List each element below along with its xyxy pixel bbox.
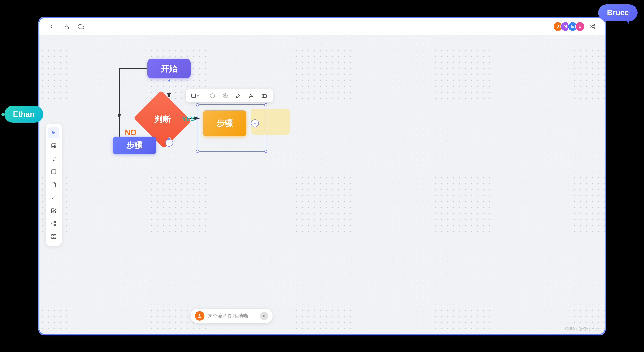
add-right-step[interactable]: + (251, 119, 259, 127)
header: J M E L (40, 18, 604, 35)
svg-rect-6 (52, 144, 56, 148)
toolbar (46, 124, 62, 245)
handle-bl[interactable] (196, 150, 199, 153)
sticky-tool[interactable] (48, 179, 59, 190)
svg-line-14 (52, 196, 55, 199)
grid-tool[interactable] (48, 231, 59, 242)
cursor-tool[interactable] (48, 127, 59, 138)
canvas[interactable]: 开始 判断 NO YES ──→ 步骤 (40, 35, 604, 334)
float-toolbar: ▾ (186, 89, 273, 102)
step-orange-box[interactable]: 步骤 (203, 110, 246, 136)
svg-rect-20 (52, 234, 53, 236)
header-right: J M E L (553, 22, 597, 31)
handle-br[interactable] (264, 150, 267, 153)
back-button[interactable] (47, 22, 56, 31)
shape-selector[interactable]: ▾ (190, 91, 199, 100)
chat-input[interactable]: 这个流程图很清晰 (207, 312, 258, 319)
svg-line-19 (53, 222, 54, 223)
conn-dot-decision-bottom (168, 137, 171, 140)
fill-tool[interactable] (234, 91, 242, 100)
handle-tr[interactable] (264, 103, 267, 106)
user-tool[interactable] (247, 91, 256, 100)
conn-dot-start (168, 79, 171, 82)
table-tool[interactable] (48, 140, 59, 151)
avatar-group: J M E L (553, 22, 585, 31)
svg-rect-31 (262, 95, 266, 98)
divider-1 (204, 92, 204, 99)
decision-wrapper: 判断 (136, 98, 188, 141)
pencil-tool[interactable] (48, 205, 59, 216)
circle-filled-icon (223, 93, 228, 98)
chat-input-wrapper: 这个流程图很清晰 (190, 308, 272, 323)
share-button[interactable] (588, 22, 597, 31)
svg-point-30 (250, 94, 252, 96)
svg-rect-21 (54, 234, 56, 236)
svg-point-2 (590, 26, 592, 27)
header-left (47, 22, 85, 31)
frame-tool[interactable] (48, 166, 59, 177)
svg-point-1 (593, 24, 595, 26)
cloud-button[interactable] (76, 22, 85, 31)
chat-avatar (195, 311, 204, 321)
circle-filled-tool[interactable] (221, 91, 230, 100)
text-tool[interactable] (48, 153, 59, 164)
svg-point-3 (593, 28, 595, 29)
bruce-bubble: Bruce (598, 4, 638, 21)
svg-marker-33 (263, 314, 266, 317)
svg-line-4 (592, 27, 593, 28)
svg-line-5 (592, 25, 593, 26)
svg-rect-28 (192, 94, 196, 98)
svg-line-29 (238, 94, 240, 96)
download-button[interactable] (62, 22, 70, 31)
circle-icon (210, 93, 215, 98)
svg-rect-13 (52, 170, 56, 174)
svg-point-16 (52, 223, 53, 224)
start-label: 开始 (161, 63, 177, 74)
svg-point-32 (199, 314, 200, 316)
svg-rect-23 (52, 237, 53, 239)
step-blue-box[interactable]: 步骤 (113, 137, 156, 154)
connect-tool[interactable] (48, 218, 59, 229)
svg-rect-22 (54, 237, 56, 239)
start-box[interactable]: 开始 (148, 59, 190, 78)
decision-label: 判断 (154, 114, 171, 125)
chat-send-button[interactable] (260, 312, 268, 320)
svg-point-17 (54, 224, 56, 226)
svg-line-18 (53, 224, 54, 225)
box-tool[interactable] (260, 91, 268, 100)
step-blue-label: 步骤 (126, 140, 143, 151)
avatar-4: L (575, 22, 585, 31)
no-label: NO (125, 128, 136, 137)
pen-tool[interactable] (48, 192, 59, 203)
ethan-bubble: Ethan (4, 106, 43, 123)
svg-point-15 (54, 221, 56, 223)
step-orange-label: 步骤 (216, 118, 233, 129)
circle-tool[interactable] (208, 91, 217, 100)
handle-tl[interactable] (196, 103, 199, 106)
arrows-svg (40, 35, 604, 334)
main-window: J M E L (39, 17, 605, 335)
watermark: CSDN @令今为美 (565, 326, 600, 331)
